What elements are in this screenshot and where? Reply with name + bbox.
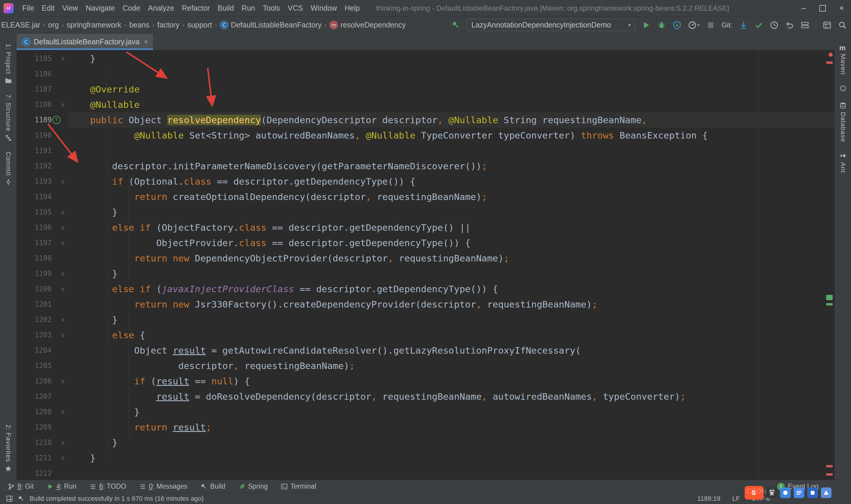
toolwindow-git[interactable]: 9: Git [8,482,34,490]
menu-file[interactable]: File [18,2,38,15]
error-stripe[interactable] [825,50,834,480]
menu-analyze[interactable]: Analyze [144,2,178,15]
menu-navigate[interactable]: Navigate [82,2,119,15]
fold-marker-icon[interactable]: ∨ [60,327,65,343]
tool-button-2-favorites[interactable]: 2: Favorites [4,425,12,472]
close-icon[interactable]: × [832,0,851,17]
tool-button-circle[interactable] [839,85,847,92]
code-line[interactable]: 1211∧ } [17,450,834,466]
code-line[interactable]: 1199∧ } [17,266,834,281]
breadcrumb-elease-jar[interactable]: ELEASE.jar [1,21,40,29]
menu-tools[interactable]: Tools [259,2,284,15]
code-line[interactable]: 1206∨ if (result == null) { [17,374,834,389]
breadcrumb-resolvedependency[interactable]: mresolveDependency [329,21,406,29]
breadcrumb-defaultlistablebeanfactory[interactable]: CDefaultListableBeanFactory [220,21,322,29]
git-commit-icon[interactable] [754,21,763,30]
git-shelve-icon[interactable] [800,21,809,30]
code-line[interactable]: 1203∨ else { [17,327,834,343]
menu-edit[interactable]: Edit [38,2,58,15]
stripe-mark[interactable] [826,465,833,467]
code-line[interactable]: 1190 @Nullable Set<String> autowiredBean… [17,128,834,143]
code-line[interactable]: 1209 return result; [17,419,834,435]
tab-defaultlistablebeanfactory[interactable]: C DefaultListableBeanFactory.java × [17,34,153,50]
menu-vcs[interactable]: VCS [284,2,307,15]
git-history-icon[interactable] [770,21,779,30]
code-line[interactable]: 1194 return createOptionalDependency(des… [17,189,834,204]
code-line[interactable]: 1185∧ } [17,51,834,66]
code-line[interactable]: 1200∨ else if (javaxInjectProviderClass … [17,281,834,296]
toolwindow-toggle-icon[interactable] [6,495,13,502]
code-line[interactable]: 1207 result = doResolveDependency(descri… [17,389,834,404]
breadcrumb-springframework[interactable]: springframework [67,21,122,29]
code-line[interactable]: 1188∨ @Nullable [17,97,834,112]
breadcrumb-beans[interactable]: beans [129,21,149,29]
code-line[interactable]: 1186 [17,66,834,82]
stripe-mark[interactable] [826,473,833,475]
tool-button-commit[interactable]: Commit [4,151,12,186]
run-with-coverage-icon[interactable] [672,21,682,30]
stripe-mark[interactable] [826,295,833,300]
fold-marker-icon[interactable]: ∧ [60,51,65,66]
toolwindow-terminal[interactable]: Terminal [281,482,316,490]
stripe-mark[interactable] [826,61,833,64]
menu-help[interactable]: Help [341,2,363,15]
menu-run[interactable]: Run [238,2,259,15]
breadcrumb-org[interactable]: org [48,21,59,29]
code-line[interactable]: 1191 [17,143,834,158]
toolwindow-build[interactable]: Build [200,482,225,490]
git-update-project-icon[interactable] [739,21,748,30]
code-line[interactable]: 1201 return new Jsr330Factory().createDe… [17,296,834,312]
tool-button-maven[interactable]: mMaven [839,44,847,75]
toolwindow-spring[interactable]: Spring [238,482,268,490]
run-configuration-select[interactable]: LazyAnnotationDependencyInjectionDemo ▾ [467,19,635,31]
fold-marker-icon[interactable]: ∨ [60,220,65,235]
menu-window[interactable]: Window [307,2,341,15]
code-line[interactable]: 1212 [17,466,834,480]
code-line[interactable]: 1210∧ } [17,435,834,450]
stripe-mark[interactable] [829,53,833,57]
code-line[interactable]: 1198 return new DependencyObjectProvider… [17,251,834,266]
code-line[interactable]: 1189↑ public Object resolveDependency(De… [17,112,834,128]
code-line[interactable]: 1205 descriptor, requestingBeanName); [17,358,834,374]
code-line[interactable]: 1193∨ if (Optional.class == descriptor.g… [17,174,834,189]
menu-view[interactable]: View [58,2,82,15]
stop-button-icon[interactable] [706,21,715,30]
fold-marker-icon[interactable]: ∧ [60,312,65,327]
breadcrumb-support[interactable]: support [187,21,212,29]
fold-marker-icon[interactable]: ∧ [60,404,65,419]
toolwindow-run[interactable]: 4: Run [47,482,76,490]
code-line[interactable]: 1202∧ } [17,312,834,327]
build-project-icon[interactable] [452,21,460,30]
tool-button-ant[interactable]: Ant [839,152,847,173]
overrides-method-icon[interactable]: ↑ [52,116,60,124]
menu-build[interactable]: Build [214,2,238,15]
editor[interactable]: 1185∧ }11861187 @Override1188∨ @Nullable… [17,50,834,480]
caret-position[interactable]: 1189:19 [698,495,720,503]
maximize-icon[interactable] [813,0,832,17]
fold-marker-icon[interactable]: ∨ [60,97,65,112]
code-line[interactable]: 1196∨ else if (ObjectFactory.class == de… [17,220,834,235]
code-line[interactable]: 1195∧ } [17,204,834,220]
code-line[interactable]: 1197∨ ObjectProvider.class == descriptor… [17,235,834,251]
fold-marker-icon[interactable]: ∨ [60,174,65,189]
tool-button-database[interactable]: Database [839,102,847,142]
fold-marker-icon[interactable]: ∧ [60,204,65,220]
tool-button-1-project[interactable]: 1: Project [4,44,12,84]
minimize-icon[interactable]: – [794,0,813,17]
debug-button-icon[interactable] [657,21,666,30]
run-button-icon[interactable] [642,21,651,30]
code-line[interactable]: 1204 Object result = getAutowireCandidat… [17,343,834,358]
close-tab-icon[interactable]: × [144,37,148,46]
toolwindow-messages[interactable]: 0: Messages [139,482,187,490]
fold-marker-icon[interactable]: ∨ [60,281,65,296]
tool-button-7-structure[interactable]: 7: Structure [4,94,12,142]
breadcrumb-factory[interactable]: factory [157,21,179,29]
layout-icon[interactable] [822,21,832,30]
git-rollback-icon[interactable] [785,21,794,30]
toolwindow-todo[interactable]: 6: TODO [90,482,126,490]
fold-marker-icon[interactable]: ∧ [60,450,65,466]
fold-marker-icon[interactable]: ∨ [60,235,65,251]
profiler-button[interactable]: ▾ [688,21,700,30]
fold-marker-icon[interactable]: ∧ [60,435,65,450]
fold-marker-icon[interactable]: ∨ [60,374,65,389]
